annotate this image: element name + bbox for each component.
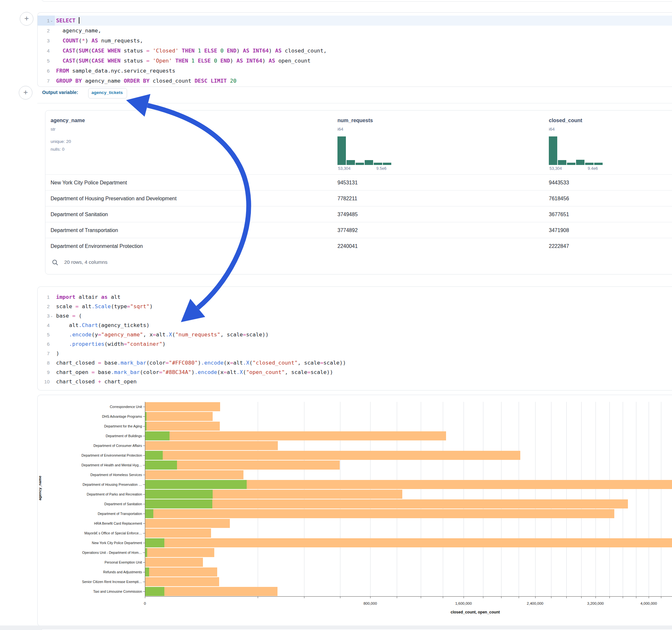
code-text: CAST(SUM(CASE WHEN status = 'Open' THEN …: [56, 56, 311, 66]
column-name: num_requests: [337, 118, 373, 123]
histogram-bar: [337, 137, 346, 165]
fold-chevron-icon[interactable]: ⌄: [50, 16, 55, 26]
code-text: GROUP BY agency_name ORDER BY closed_cou…: [56, 76, 236, 86]
table-cell: 3749485: [337, 207, 435, 222]
text-cursor: [79, 17, 79, 24]
table-body: New York City Police Department945313194…: [45, 174, 672, 254]
line-number: 4: [39, 320, 50, 330]
column-name: closed_count: [549, 118, 582, 123]
table-footer: 20 rows, 4 columns: [45, 258, 240, 271]
histogram-bar: [365, 160, 373, 165]
column-header-agency_name: agency_namestrunique: 20nulls: 0: [51, 111, 154, 174]
code-text: FROM sample_data.nyc.service_requests: [56, 66, 175, 76]
code-text: ): [56, 349, 59, 358]
add-cell-button[interactable]: +: [19, 86, 32, 99]
code-text: base = (: [56, 311, 82, 320]
column-histogram: [337, 137, 391, 165]
code-line[interactable]: 7GROUP BY agency_name ORDER BY closed_co…: [38, 76, 672, 86]
next-cell-edge: [41, 628, 672, 630]
table-row: New York City Police Department945313194…: [45, 174, 672, 191]
line-number: 2: [39, 26, 50, 35]
code-line[interactable]: 3 COUNT(*) AS num_requests,: [38, 35, 672, 46]
code-line[interactable]: 1⌄SELECT: [38, 16, 672, 26]
python-cell[interactable]: 1import altair as alt2scale = alt.Scale(…: [37, 287, 672, 390]
table-cell: New York City Police Department: [51, 175, 310, 191]
table-cell: 3677651: [549, 207, 646, 222]
histogram-max-label: 9.4e6: [588, 166, 598, 171]
histogram-bar: [383, 163, 391, 165]
column-name: agency_name: [51, 118, 85, 123]
table-cell: 7782211: [337, 191, 435, 207]
code-text: COUNT(*) AS num_requests,: [56, 35, 143, 46]
code-line[interactable]: 7): [38, 349, 672, 358]
code-line[interactable]: 6 .properties(width="container"): [38, 339, 672, 349]
table-header: agency_namestrunique: 20nulls: 0num_requ…: [45, 111, 672, 174]
line-number: 4: [39, 46, 50, 56]
code-line[interactable]: 3⌄base = (: [38, 311, 672, 320]
code-line[interactable]: 2 agency_name,: [38, 26, 672, 35]
histogram-min-label: 53,304: [549, 166, 562, 171]
line-number: 9: [39, 367, 50, 377]
histogram-bar: [549, 137, 557, 165]
histogram-bar: [356, 163, 364, 165]
code-line[interactable]: 4 alt.Chart(agency_tickets): [38, 320, 672, 330]
active-line-highlight: [38, 16, 672, 26]
table-dimensions: 20 rows, 4 columns: [64, 259, 107, 265]
histogram-bar: [567, 163, 575, 165]
search-icon[interactable]: [52, 259, 58, 266]
code-line[interactable]: 10chart_closed + chart_open: [38, 377, 672, 386]
column-type: i64: [549, 127, 555, 131]
table-cell: 2222847: [549, 238, 646, 254]
sql-cell[interactable]: 1⌄SELECT 2 agency_name,3 COUNT(*) AS num…: [37, 12, 672, 87]
column-header-num_requests: num_requestsi6453,3049.5e6: [337, 111, 441, 174]
code-line[interactable]: 1import altair as alt: [38, 292, 672, 302]
notebook-canvas: + + 1⌄SELECT 2 agency_name,3 COUNT(*) AS…: [0, 0, 672, 630]
fold-chevron-icon[interactable]: ⌄: [50, 311, 55, 320]
table-cell: Department of Sanitation: [51, 207, 310, 222]
line-number: 5: [39, 330, 50, 339]
code-line[interactable]: 2scale = alt.Scale(type="sqrt"): [38, 302, 672, 311]
result-table[interactable]: agency_namestrunique: 20nulls: 0num_requ…: [45, 110, 672, 274]
table-cell: 9453131: [337, 175, 435, 191]
code-line[interactable]: 8chart_closed = base.mark_bar(color="#FF…: [38, 358, 672, 367]
code-line[interactable]: 4 CAST(SUM(CASE WHEN status = 'Closed' T…: [38, 46, 672, 56]
chart-cell: [37, 395, 672, 626]
previous-cell-edge: [41, 0, 672, 2]
histogram-bar: [585, 163, 594, 165]
code-text: .encode(y="agency_name", x=alt.X("num_re…: [56, 330, 269, 339]
code-line[interactable]: 5 CAST(SUM(CASE WHEN status = 'Open' THE…: [38, 56, 672, 66]
table-cell: 3774892: [337, 222, 435, 238]
code-text: agency_name,: [56, 26, 101, 35]
column-histogram: [549, 137, 603, 165]
line-number: 6: [39, 66, 50, 76]
code-text: chart_closed = base.mark_bar(color="#FFC…: [56, 358, 346, 367]
table-cell: 9443533: [549, 175, 646, 191]
table-row: Department of Sanitation37494853677651: [45, 206, 672, 222]
code-line[interactable]: 6FROM sample_data.nyc.service_requests: [38, 66, 672, 76]
table-cell: 7618456: [549, 191, 646, 207]
code-text: scale = alt.Scale(type="sqrt"): [56, 302, 153, 311]
table-cell: Department of Transportation: [51, 222, 310, 238]
add-cell-button[interactable]: +: [20, 12, 33, 26]
table-row: Department of Environmental Protection22…: [45, 238, 672, 254]
line-number: 5: [39, 56, 50, 66]
output-variable-pill[interactable]: agency_tickets: [88, 88, 127, 98]
code-text: alt.Chart(agency_tickets): [56, 320, 149, 330]
table-row: Department of Housing Preservation and D…: [45, 190, 672, 207]
histogram-max-label: 9.5e6: [376, 166, 386, 171]
line-number: 2: [39, 302, 50, 311]
histogram-bar: [374, 163, 382, 165]
table-row: Department of Transportation377489234719…: [45, 222, 672, 238]
histogram-bar: [594, 163, 603, 165]
line-number: 7: [39, 76, 50, 86]
column-stat: nulls: 0: [51, 147, 65, 152]
section-divider: [37, 103, 672, 103]
histogram-bar: [558, 160, 566, 165]
table-cell: Department of Housing Preservation and D…: [51, 191, 310, 207]
line-number: 1: [39, 292, 50, 302]
column-type: i64: [337, 127, 343, 131]
code-line[interactable]: 9chart_open = base.mark_bar(color="#8BC3…: [38, 367, 672, 377]
code-line[interactable]: 5 .encode(y="agency_name", x=alt.X("num_…: [38, 330, 672, 339]
table-cell: Department of Environmental Protection: [51, 238, 310, 254]
code-text: chart_open = base.mark_bar(color="#8BC34…: [56, 367, 333, 377]
